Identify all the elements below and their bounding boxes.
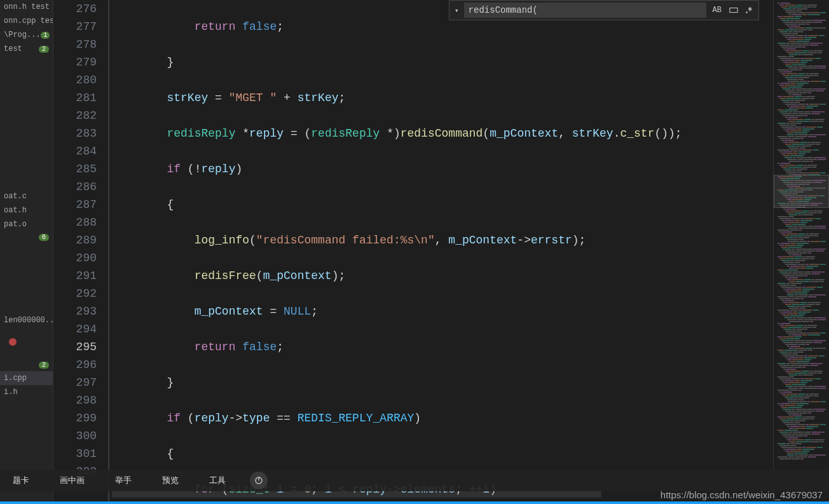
chevron-down-icon[interactable]: ▾ [453, 5, 460, 16]
line-number: 286 [53, 178, 97, 196]
line-number: 290 [53, 249, 97, 267]
code-line: redisReply *reply = (redisReply *)redisC… [112, 125, 773, 142]
code-line: } [112, 374, 773, 392]
file-label: oat.c [4, 192, 27, 201]
code-line: { [112, 445, 773, 463]
sidebar-item-active[interactable]: i.cpp [0, 371, 53, 385]
code-line: if (reply->type == REDIS_REPLY_ARRAY) [112, 409, 773, 427]
line-number: 298 [53, 392, 97, 409]
sidebar-item[interactable]: i.h [0, 385, 53, 399]
find-widget[interactable]: ▾ AB [449, 0, 759, 20]
sidebar-item[interactable]: 6 [0, 231, 53, 243]
whole-word-icon[interactable] [728, 4, 739, 16]
line-number: 292 [53, 285, 97, 303]
line-number: 300 [53, 427, 97, 445]
breakpoint-icon[interactable] [9, 338, 17, 346]
line-number: 285 [53, 160, 97, 178]
file-explorer-sidebar: onn.h test onn.cpp test \Prog...1 test2 … [0, 0, 53, 504]
line-number: 277 [53, 18, 97, 36]
power-icon[interactable] [250, 472, 268, 489]
minimap-content [776, 3, 826, 501]
code-line: { [112, 196, 773, 214]
code-line: return false; [112, 18, 773, 36]
file-label: onn.h test [4, 3, 50, 11]
svg-point-1 [746, 11, 748, 13]
file-label: i.cpp [4, 374, 27, 383]
line-number: 278 [53, 36, 97, 53]
code-line: return false; [112, 338, 773, 356]
change-badge: 6 [39, 234, 49, 241]
change-badge: 2 [39, 362, 49, 369]
file-label: test [4, 44, 22, 53]
code-editor[interactable]: return false; } strKey = "MGET " + strKe… [112, 0, 773, 504]
toolbar-raise-hand[interactable]: 举手 [109, 471, 138, 490]
file-label: oat.h [4, 206, 27, 215]
sidebar-item[interactable]: onn.h test [0, 0, 53, 14]
line-number: 284 [53, 142, 97, 160]
line-number-gutter: 276 277 278 279 280 281 282 283 284 285 … [53, 0, 109, 504]
sidebar-item[interactable]: test2 [0, 42, 53, 56]
code-line: } [112, 53, 773, 71]
match-case-option[interactable]: AB [710, 4, 724, 16]
video-toolbar: 题卡 画中画 举手 预览 工具 [0, 470, 829, 491]
file-label: i.h [4, 388, 18, 397]
line-number: 280 [53, 71, 97, 89]
file-label: \Prog... [4, 31, 41, 39]
code-line: m_pContext = NULL; [112, 303, 773, 320]
code-line: redisFree(m_pContext); [112, 267, 773, 285]
sidebar-item[interactable]: pat.o [0, 217, 53, 231]
regex-icon[interactable] [743, 4, 755, 16]
toolbar-tools[interactable]: 工具 [203, 471, 232, 490]
minimap-viewport[interactable] [774, 175, 829, 208]
sidebar-item[interactable]: oat.c [0, 189, 53, 203]
toolbar-preview[interactable]: 预览 [156, 471, 185, 490]
line-number: 281 [53, 89, 97, 107]
toolbar-answer-card[interactable]: 题卡 [6, 471, 36, 490]
search-input[interactable] [464, 3, 706, 18]
change-badge: 2 [39, 46, 49, 53]
svg-rect-0 [730, 8, 737, 13]
code-line: if (!reply) [112, 160, 773, 178]
line-number: 293 [53, 303, 97, 320]
line-number: 297 [53, 374, 97, 392]
line-number: 299 [53, 409, 97, 427]
toolbar-pip[interactable]: 画中画 [53, 471, 91, 490]
line-number: 301 [53, 445, 97, 463]
line-number: 276 [53, 0, 97, 18]
file-label: onn.cpp test [4, 17, 53, 25]
sidebar-item[interactable]: oat.h [0, 203, 53, 217]
line-number: 288 [53, 214, 97, 231]
file-label: len000000... [4, 316, 53, 325]
line-number: 282 [53, 107, 97, 125]
line-number: 294 [53, 320, 97, 338]
sidebar-item[interactable]: \Prog...1 [0, 28, 53, 42]
sidebar-item[interactable]: onn.cpp test [0, 14, 53, 28]
code-line: log_info("redisCommand failed:%s\n", m_p… [112, 231, 773, 249]
code-line: strKey = "MGET " + strKey; [112, 89, 773, 107]
line-number: 296 [53, 356, 97, 374]
line-number: 289 [53, 231, 97, 249]
file-label: pat.o [4, 220, 27, 229]
accent-bar [0, 501, 829, 504]
line-number: 287 [53, 196, 97, 214]
sidebar-item[interactable]: 2 [0, 359, 53, 371]
line-number: 283 [53, 125, 97, 142]
minimap[interactable] [773, 0, 829, 504]
sidebar-item[interactable]: len000000... [0, 313, 53, 327]
line-number: 279 [53, 53, 97, 71]
change-badge: 1 [41, 32, 50, 39]
line-number-current: 295 [53, 338, 97, 356]
watermark-text: https://blog.csdn.net/weixin_43679037 [661, 489, 823, 500]
line-number: 291 [53, 267, 97, 285]
